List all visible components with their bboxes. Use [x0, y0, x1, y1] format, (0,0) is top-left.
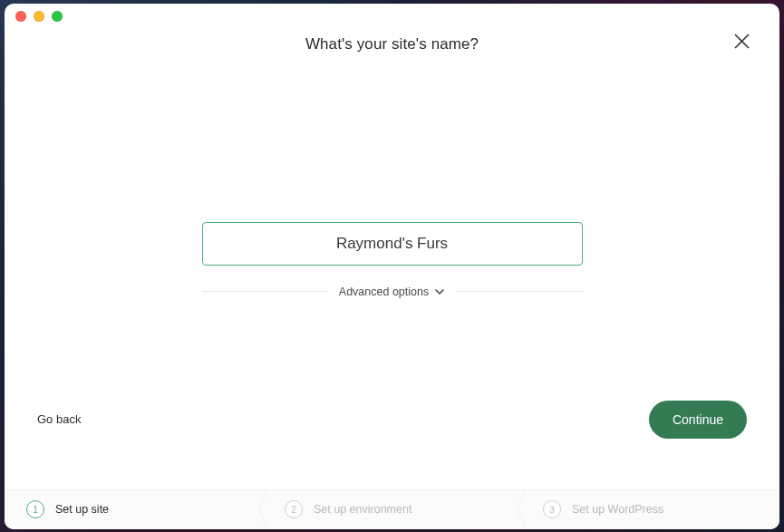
step-number-badge: 2 [285, 500, 303, 518]
step-setup-environment: 2 Set up environment [263, 490, 521, 529]
form-area: Advanced options [202, 222, 583, 298]
app-window: What's your site's name? Advanced option… [5, 4, 779, 529]
advanced-options-row: Advanced options [202, 285, 583, 298]
window-zoom-icon[interactable] [52, 11, 63, 22]
window-minimize-icon[interactable] [34, 11, 44, 22]
advanced-options-toggle[interactable]: Advanced options [339, 285, 445, 298]
footer-actions: Go back Continue [5, 401, 779, 439]
continue-button[interactable]: Continue [649, 401, 747, 439]
go-back-button[interactable]: Go back [37, 412, 81, 426]
main-content: What's your site's name? Advanced option… [5, 29, 779, 489]
step-number-badge: 1 [26, 500, 44, 518]
chevron-down-icon [434, 286, 445, 297]
step-label: Set up environment [314, 503, 411, 516]
step-label: Set up site [55, 503, 109, 516]
step-setup-wordpress: 3 Set up WordPress [521, 490, 779, 529]
divider-left [202, 291, 328, 292]
page-title: What's your site's name? [305, 35, 479, 53]
step-setup-site: 1 Set up site [5, 490, 263, 529]
step-label: Set up WordPress [572, 503, 663, 516]
step-number-badge: 3 [543, 500, 561, 518]
site-name-input[interactable] [202, 222, 583, 266]
steps-bar: 1 Set up site 2 Set up environment 3 Set… [5, 489, 779, 529]
divider-right [456, 291, 582, 292]
window-titlebar [5, 4, 779, 29]
advanced-options-label: Advanced options [339, 285, 429, 298]
window-close-icon[interactable] [15, 11, 26, 22]
